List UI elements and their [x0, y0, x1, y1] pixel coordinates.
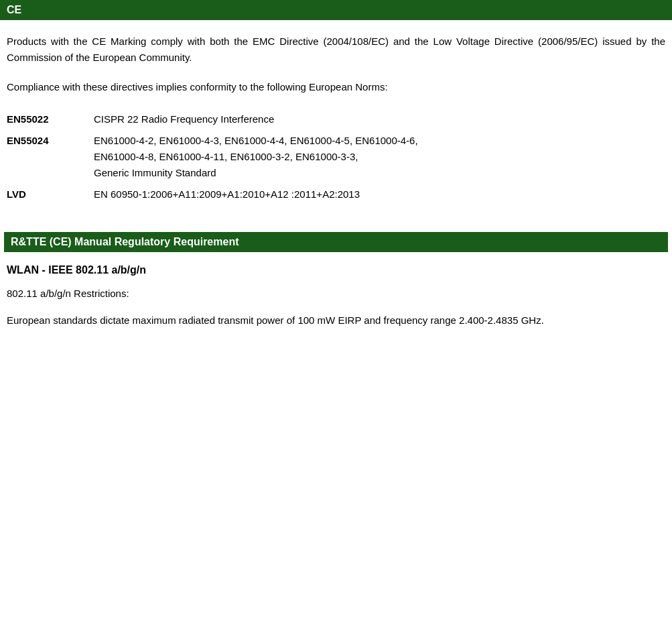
table-row: EN55024 EN61000-4-2, EN61000-4-3, EN6100…: [7, 130, 665, 184]
european-paragraph: European standards dictate maximum radia…: [0, 312, 672, 329]
wlan-title: WLAN - IEEE 802.11 a/b/g/n: [7, 264, 665, 276]
table-row: LVD EN 60950-1:2006+A11:2009+A1:2010+A12…: [7, 184, 665, 205]
ce-content-block: Products with the CE Marking comply with…: [0, 20, 672, 219]
norm-desc-en55022: CISPR 22 Radio Frequency Interference: [94, 109, 665, 130]
table-row: EN55022 CISPR 22 Radio Frequency Interfe…: [7, 109, 665, 130]
norm-desc-lvd: EN 60950-1:2006+A11:2009+A1:2010+A12 :20…: [94, 184, 665, 205]
restrictions-paragraph: 802.11 a/b/g/n Restrictions:: [0, 286, 672, 302]
norm-label-en55022: EN55022: [7, 109, 94, 130]
compliance-paragraph: Compliance with these directives implies…: [7, 79, 665, 95]
rtte-section-header: R&TTE (CE) Manual Regulatory Requirement: [4, 232, 668, 252]
ce-section-header: CE: [0, 0, 672, 20]
norm-desc-en55024: EN61000-4-2, EN61000-4-3, EN61000-4-4, E…: [94, 130, 665, 184]
rtte-header-label: R&TTE (CE) Manual Regulatory Requirement: [11, 236, 239, 247]
ce-header-label: CE: [7, 4, 21, 15]
norm-label-lvd: LVD: [7, 184, 94, 205]
page: CE Products with the CE Marking comply w…: [0, 0, 672, 641]
intro-paragraph: Products with the CE Marking comply with…: [7, 34, 665, 66]
norm-label-en55024: EN55024: [7, 130, 94, 184]
norms-table: EN55022 CISPR 22 Radio Frequency Interfe…: [7, 109, 665, 205]
rtte-section: R&TTE (CE) Manual Regulatory Requirement…: [0, 232, 672, 329]
